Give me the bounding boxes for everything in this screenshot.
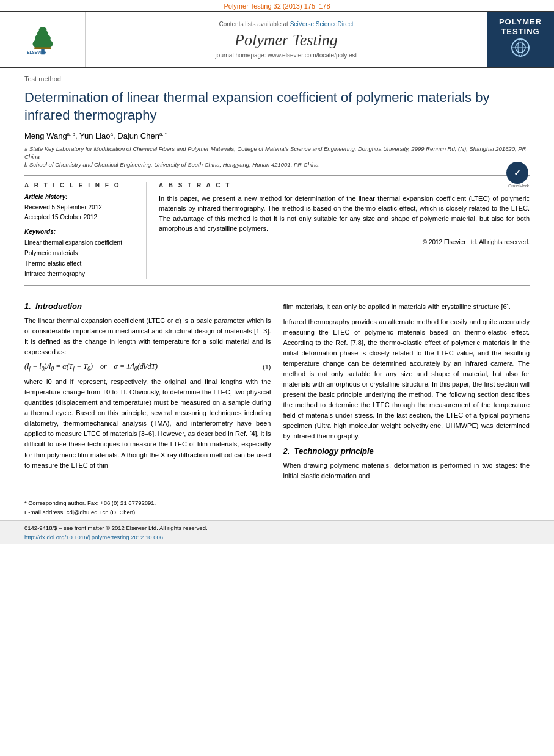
svg-point-4 bbox=[38, 27, 46, 32]
author1-sup: a, b bbox=[67, 131, 75, 137]
intro-title: Introduction bbox=[35, 302, 82, 311]
issn-text: 0142-9418/$ – see front matter © 2012 El… bbox=[24, 523, 530, 532]
polymer-testing-badge: POLYMER TESTING bbox=[499, 17, 542, 62]
journal-badge: POLYMER TESTING bbox=[487, 12, 554, 67]
badge-graphic bbox=[502, 36, 539, 59]
article-info-abstract: A R T I C L E I N F O Article history: R… bbox=[24, 182, 530, 279]
badge-title-line1: POLYMER bbox=[499, 17, 542, 27]
svg-rect-5 bbox=[34, 47, 51, 49]
divider bbox=[24, 175, 530, 176]
journal-title: Polymer Testing bbox=[235, 31, 338, 49]
tech-title: Technology principle bbox=[294, 446, 374, 456]
article-info-heading: A R T I C L E I N F O bbox=[24, 182, 136, 189]
affiliation-a: a State Key Laboratory for Modification … bbox=[24, 145, 530, 161]
svg-text:ELSEVIER: ELSEVIER bbox=[27, 50, 46, 54]
tech-section-title: 2. Technology principle bbox=[283, 446, 530, 456]
crossmark-circle: ✓ bbox=[506, 162, 528, 184]
abstract-text: In this paper, we present a new method f… bbox=[159, 194, 530, 234]
copyright-line: © 2012 Elsevier Ltd. All rights reserved… bbox=[159, 239, 530, 245]
crossmark-label: CrossMark bbox=[506, 184, 531, 188]
abstract-heading: A B S T R A C T bbox=[159, 182, 530, 189]
author1-name: Meng Wang bbox=[24, 132, 67, 141]
elsevier-logo: ELSEVIER bbox=[21, 23, 64, 56]
divider2 bbox=[24, 285, 530, 286]
footnote-section: * Corresponding author. Fax: +86 (0) 21 … bbox=[24, 495, 530, 517]
publisher-logo: ELSEVIER bbox=[0, 12, 86, 67]
crossmark-badge[interactable]: ✓ CrossMark bbox=[506, 162, 531, 186]
abstract-column: A B S T R A C T In this paper, we presen… bbox=[159, 182, 530, 279]
article-history-label: Article history: bbox=[24, 194, 136, 200]
footnote-email: E-mail address: cdj@dhu.edu.cn (D. Chen)… bbox=[24, 508, 530, 517]
journal-info-center: Contents lists available at SciVerse Sci… bbox=[86, 12, 487, 67]
bottom-bar: 0142-9418/$ – see front matter © 2012 El… bbox=[0, 520, 554, 544]
formula-number: (1) bbox=[263, 363, 271, 371]
article-type-label: Test method bbox=[24, 75, 530, 85]
authors-line: Meng Wanga, b, Yun Liaoa, Dajun Chena, * bbox=[24, 131, 530, 140]
formula-text: (lf − l0)/l0 = α(Tf − T0) or α = 1/l0(dl… bbox=[24, 362, 263, 372]
keyword-2: Polymeric materials bbox=[24, 248, 136, 258]
author3-sup: a, * bbox=[159, 131, 167, 137]
elsevier-tree-icon: ELSEVIER bbox=[21, 23, 64, 56]
right-paragraph-1: film materials, it can only be applied i… bbox=[283, 302, 530, 312]
main-content: 1. Introduction The linear thermal expan… bbox=[0, 292, 554, 493]
author2-name: Yun Liao bbox=[79, 132, 111, 141]
keyword-4: Infrared thermography bbox=[24, 269, 136, 279]
intro-num: 1. bbox=[24, 302, 31, 311]
tech-paragraph-1: When drawing polymeric materials, deform… bbox=[283, 460, 530, 481]
keyword-3: Thermo-elastic effect bbox=[24, 258, 136, 269]
contents-available: Contents lists available at SciVerse Sci… bbox=[219, 21, 353, 27]
intro-paragraph-2: where l0 and lf represent, respectively,… bbox=[24, 377, 271, 470]
footnote-corresponding: * Corresponding author. Fax: +86 (0) 21 … bbox=[24, 499, 530, 507]
right-column: film materials, it can only be applied i… bbox=[283, 302, 530, 487]
article-title: Determination of linear thermal expansio… bbox=[24, 89, 530, 124]
article-info-column: A R T I C L E I N F O Article history: R… bbox=[24, 182, 147, 279]
journal-citation: Polymer Testing 32 (2013) 175–178 bbox=[0, 0, 554, 11]
doi-link[interactable]: http://dx.doi.org/10.1016/j.polymertesti… bbox=[24, 532, 530, 542]
article-received: Received 5 September 2012 bbox=[24, 203, 136, 213]
author2-sup: a bbox=[111, 131, 113, 137]
right-paragraph-2: Infrared thermography provides an altern… bbox=[283, 317, 530, 442]
keyword-1: Linear thermal expansion coefficient bbox=[24, 238, 136, 248]
author3-name: Dajun Chen bbox=[117, 132, 159, 141]
left-column: 1. Introduction The linear thermal expan… bbox=[24, 302, 271, 487]
tech-num: 2. bbox=[283, 446, 290, 456]
article-accepted: Accepted 15 October 2012 bbox=[24, 213, 136, 222]
affiliation-b: b School of Chemistry and Chemical Engin… bbox=[24, 161, 530, 169]
keywords-label: Keywords: bbox=[24, 228, 136, 235]
intro-paragraph-1: The linear thermal expansion coefficient… bbox=[24, 316, 271, 357]
sciverse-link[interactable]: SciVerse ScienceDirect bbox=[290, 21, 354, 27]
intro-section-title: 1. Introduction bbox=[24, 302, 271, 311]
journal-homepage: journal homepage: www.elsevier.com/locat… bbox=[216, 52, 357, 59]
badge-title-line2: TESTING bbox=[499, 27, 542, 37]
citation-text: Polymer Testing 32 (2013) 175–178 bbox=[224, 2, 330, 10]
journal-header: ELSEVIER Contents lists available at Sci… bbox=[0, 11, 554, 68]
article-section: ✓ CrossMark Test method Determination of… bbox=[0, 68, 554, 285]
affiliations: a State Key Laboratory for Modification … bbox=[24, 145, 530, 169]
formula-block: (lf − l0)/l0 = α(Tf − T0) or α = 1/l0(dl… bbox=[24, 362, 271, 372]
